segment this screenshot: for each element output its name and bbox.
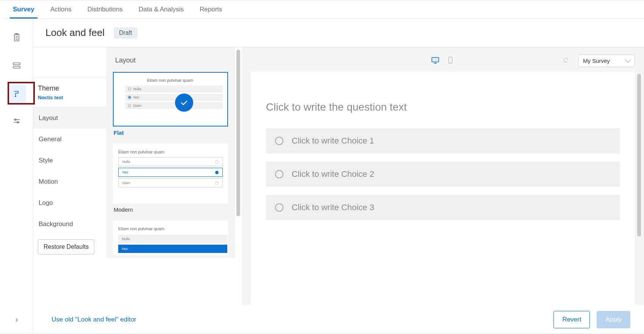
layout-sample-b: Nec xyxy=(122,247,128,251)
layout-sample-b: Nec xyxy=(122,170,128,174)
status-badge: Draft xyxy=(114,27,138,39)
sidenav-background[interactable]: Background xyxy=(33,214,106,235)
tab-distributions[interactable]: Distributions xyxy=(86,0,124,18)
preview-panel: My Survey Click to write the question te… xyxy=(242,47,644,334)
layout-sample-a: Nulla xyxy=(133,87,141,91)
layout-flat-label: Flat xyxy=(114,130,228,136)
options-icon[interactable] xyxy=(8,112,26,131)
mobile-preview-icon[interactable] xyxy=(446,56,455,66)
lookfeel-sidenav: Theme Noctis test Layout General Style M… xyxy=(33,47,106,334)
desktop-preview-icon[interactable] xyxy=(431,56,439,66)
tab-reports[interactable]: Reports xyxy=(198,0,224,18)
layout-sample-c: Diam xyxy=(133,104,141,108)
choice-3-label: Click to write Choice 3 xyxy=(292,203,374,212)
restore-defaults-button[interactable]: Restore Defaults xyxy=(38,239,94,254)
tab-actions[interactable]: Actions xyxy=(49,0,73,18)
sidenav-motion[interactable]: Motion xyxy=(33,171,106,192)
svg-rect-6 xyxy=(13,66,20,68)
choice-1-label: Click to write Choice 1 xyxy=(292,136,374,146)
choice-2[interactable]: Click to write Choice 2 xyxy=(266,162,620,187)
sidenav-layout[interactable]: Layout xyxy=(33,108,106,129)
choice-radio-icon xyxy=(275,170,283,178)
choice-radio-icon xyxy=(275,203,283,212)
svg-rect-5 xyxy=(13,63,20,65)
choice-2-label: Click to write Choice 2 xyxy=(292,169,374,179)
revert-button[interactable]: Revert xyxy=(553,311,590,328)
builder-icon[interactable] xyxy=(8,28,26,47)
survey-select[interactable]: My Survey xyxy=(578,55,635,67)
tab-data-analysis[interactable]: Data & Analysis xyxy=(137,0,185,18)
left-rail xyxy=(0,19,33,334)
apply-button[interactable]: Apply xyxy=(597,311,630,328)
layout-card-modern[interactable]: Etiam non pulvinar quam Nulla Nec Diam xyxy=(113,144,228,203)
layout-sample-question: Etiam non pulvinar quam xyxy=(118,150,223,154)
layouts-section-title: Layout xyxy=(115,56,228,64)
layout-sample-a: Nulla xyxy=(122,160,130,164)
layout-sample-a: Nulla xyxy=(122,237,130,241)
sidenav-general[interactable]: General xyxy=(33,129,106,150)
layouts-scrollbar[interactable] xyxy=(236,50,240,216)
choice-radio-icon xyxy=(275,137,283,145)
top-tabs: Survey Actions Distributions Data & Anal… xyxy=(4,0,644,19)
layout-modern-label: Modern xyxy=(114,206,228,213)
layout-sample-question: Etiam non pulvinar quam xyxy=(117,78,223,83)
theme-block[interactable]: Theme Noctis test xyxy=(33,78,106,108)
choice-1[interactable]: Click to write Choice 1 xyxy=(266,128,620,153)
survey-select-label: My Survey xyxy=(583,58,610,64)
layout-card-flat[interactable]: Etiam non pulvinar quam Nulla Nec Diam xyxy=(113,72,228,126)
svg-rect-13 xyxy=(432,57,439,62)
question-text[interactable]: Click to write the question text xyxy=(266,101,620,113)
footer: Use old "Look and feel" editor Revert Ap… xyxy=(33,305,644,334)
preview-scrollbar[interactable] xyxy=(637,74,641,237)
look-and-feel-icon[interactable] xyxy=(8,84,26,103)
layout-card-classic[interactable]: Etiam non pulvinar quam Nulla Nec xyxy=(113,220,228,255)
choice-3[interactable]: Click to write Choice 3 xyxy=(266,195,620,220)
sidenav-logo[interactable]: Logo xyxy=(33,192,106,214)
page-header: Look and feel Draft xyxy=(33,19,644,47)
old-editor-link[interactable]: Use old "Look and feel" editor xyxy=(52,316,136,323)
layout-sample-question: Etiam non pulvinar quam xyxy=(118,226,227,231)
theme-name: Noctis test xyxy=(38,95,102,100)
page-title: Look and feel xyxy=(45,27,105,39)
layouts-column: Layout Etiam non pulvinar quam Nulla Nec… xyxy=(106,47,235,258)
preview-canvas: Click to write the question text Click t… xyxy=(251,72,635,334)
theme-label: Theme xyxy=(38,84,102,92)
sidenav-style[interactable]: Style xyxy=(33,150,106,171)
layout-sample-b: Nec xyxy=(133,95,139,99)
selected-check-icon xyxy=(175,94,193,112)
flow-icon[interactable] xyxy=(8,56,26,75)
refresh-preview-icon[interactable] xyxy=(563,57,569,64)
layout-sample-c: Diam xyxy=(122,181,130,185)
svg-rect-0 xyxy=(14,34,19,41)
expand-rail-icon[interactable] xyxy=(13,317,20,325)
tab-survey[interactable]: Survey xyxy=(11,0,36,18)
